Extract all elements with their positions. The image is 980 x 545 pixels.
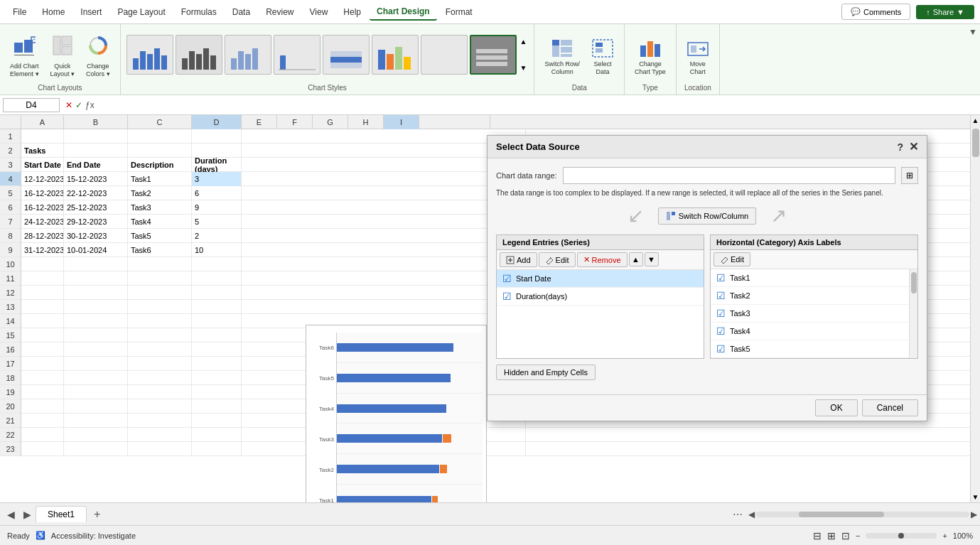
cell-A2[interactable]: Tasks: [21, 144, 64, 158]
cell-E5[interactable]: [242, 186, 526, 200]
series-item-start-date[interactable]: ☑ Start Date: [497, 270, 704, 288]
series-duration-checkbox[interactable]: ☑: [502, 291, 512, 302]
zoom-out-icon[interactable]: −: [856, 531, 860, 540]
cell-E7[interactable]: [242, 215, 526, 229]
cell-E2[interactable]: [242, 144, 526, 158]
cell-D6[interactable]: 9: [192, 200, 242, 215]
chart-style-6[interactable]: [372, 35, 419, 75]
formula-input[interactable]: [100, 99, 977, 112]
cell-C8[interactable]: Task5: [128, 229, 192, 243]
zoom-slider[interactable]: [866, 533, 937, 539]
series-remove-button[interactable]: ✕ Remove: [577, 252, 628, 267]
change-chart-type-button[interactable]: ChangeChart Type: [630, 33, 670, 81]
hidden-empty-cells-button[interactable]: Hidden and Empty Cells: [496, 365, 596, 380]
cell-D5[interactable]: 6: [192, 186, 242, 200]
menu-page-layout[interactable]: Page Layout: [110, 4, 172, 20]
switch-row-column-button[interactable]: Switch Row/Column: [540, 33, 584, 81]
hscroll-right[interactable]: ▶: [971, 509, 977, 519]
menu-view[interactable]: View: [303, 4, 335, 20]
sheet-nav-prev[interactable]: ◀: [3, 509, 19, 520]
cat-item-task1[interactable]: ☑ Task1: [711, 269, 909, 287]
cell-C7[interactable]: Task4: [128, 215, 192, 229]
zoom-in-icon[interactable]: +: [942, 531, 947, 540]
cat-scrollbar[interactable]: [909, 269, 917, 358]
cell-B8[interactable]: 30-12-2023: [64, 229, 128, 243]
cell-C5[interactable]: Task2: [128, 186, 192, 200]
cell-C4[interactable]: Task1: [128, 172, 192, 186]
col-D[interactable]: D: [192, 115, 242, 129]
menu-format[interactable]: Format: [438, 4, 480, 20]
cell-B3[interactable]: End Date: [64, 158, 128, 172]
scroll-down-arrow[interactable]: ▼: [971, 492, 980, 502]
sheet-add-button[interactable]: +: [88, 505, 106, 524]
cell-A9[interactable]: 31-12-2023: [21, 243, 64, 257]
menu-formulas[interactable]: Formulas: [174, 4, 224, 20]
cell-E8[interactable]: [242, 229, 526, 243]
quick-layout-button[interactable]: QuickLayout ▾: [46, 33, 80, 81]
cancel-button[interactable]: Cancel: [862, 399, 918, 416]
cell-B5[interactable]: 22-12-2023: [64, 186, 128, 200]
page-layout-view-icon[interactable]: ⊞: [827, 530, 836, 541]
chart-style-4[interactable]: [274, 35, 321, 75]
sheet-nav-next[interactable]: ▶: [19, 509, 36, 520]
horizontal-scrollbar[interactable]: [756, 512, 969, 517]
cell-A5[interactable]: 16-12-2023: [21, 186, 64, 200]
cat-item-task4[interactable]: ☑ Task4: [711, 323, 909, 340]
formula-insert-icon[interactable]: ƒx: [85, 100, 95, 110]
cell-B1[interactable]: [64, 129, 128, 144]
cell-C6[interactable]: Task3: [128, 200, 192, 215]
menu-file[interactable]: File: [6, 4, 33, 20]
cat-scroll-thumb[interactable]: [911, 272, 917, 293]
menu-data[interactable]: Data: [225, 4, 257, 20]
scroll-up-arrow[interactable]: ▲: [971, 115, 980, 126]
col-C[interactable]: C: [128, 115, 192, 129]
accessibility-text[interactable]: Accessibility: Investigate: [51, 531, 136, 540]
normal-view-icon[interactable]: ⊟: [813, 530, 822, 541]
col-I[interactable]: I: [384, 115, 419, 129]
cell-A6[interactable]: 16-12-2023: [21, 200, 64, 215]
cell-E6[interactable]: [242, 200, 526, 215]
col-B[interactable]: B: [64, 115, 128, 129]
select-data-button[interactable]: SelectData: [587, 33, 618, 81]
cell-C1[interactable]: [128, 129, 192, 144]
scroll-thumb[interactable]: [972, 129, 979, 157]
chart-styles-scroll-up[interactable]: ▲: [520, 38, 527, 45]
cell-D7[interactable]: 5: [192, 215, 242, 229]
chart-style-3[interactable]: [225, 35, 271, 75]
cell-E3[interactable]: [242, 158, 526, 172]
series-item-duration[interactable]: ☑ Duration(days): [497, 288, 704, 306]
sheet-tab-sheet1[interactable]: Sheet1: [36, 506, 87, 522]
cat-item-task2[interactable]: ☑ Task2: [711, 287, 909, 305]
cell-E4[interactable]: [242, 172, 526, 186]
cell-D4[interactable]: 3: [192, 172, 242, 186]
chart-style-2[interactable]: [176, 35, 222, 75]
chart-data-range-collapse-button[interactable]: ⊞: [901, 167, 918, 184]
cell-B4[interactable]: 15-12-2023: [64, 172, 128, 186]
move-chart-button[interactable]: MoveChart: [682, 33, 714, 81]
menu-help[interactable]: Help: [336, 4, 368, 20]
change-colors-button[interactable]: ChangeColors ▾: [82, 33, 114, 81]
share-button[interactable]: ↑ Share ▼: [916, 5, 974, 19]
menu-chart-design[interactable]: Chart Design: [370, 4, 437, 21]
ok-button[interactable]: OK: [815, 399, 857, 416]
axis-edit-button[interactable]: Edit: [714, 252, 750, 266]
cell-B2[interactable]: [64, 144, 128, 158]
cell-D8[interactable]: 2: [192, 229, 242, 243]
cat-task5-checkbox[interactable]: ☑: [716, 343, 726, 355]
cat-task1-checkbox[interactable]: ☑: [716, 272, 726, 284]
series-edit-button[interactable]: Edit: [539, 252, 576, 267]
menu-home[interactable]: Home: [35, 4, 72, 20]
cell-E1[interactable]: [242, 129, 526, 144]
cell-B6[interactable]: 25-12-2023: [64, 200, 128, 215]
chart-style-selected[interactable]: [470, 35, 517, 75]
series-move-down-button[interactable]: ▼: [645, 252, 659, 266]
comments-button[interactable]: 💬 Comments: [841, 4, 910, 20]
hscroll-thumb[interactable]: [799, 512, 884, 517]
chart-styles-scroll[interactable]: ▲ ▼: [519, 35, 529, 75]
cat-task3-checkbox[interactable]: ☑: [716, 308, 726, 319]
chart-style-5[interactable]: [323, 35, 370, 75]
cell-D2[interactable]: [192, 144, 242, 158]
cell-A1[interactable]: [21, 129, 64, 144]
cell-C2[interactable]: [128, 144, 192, 158]
menu-insert[interactable]: Insert: [73, 4, 109, 20]
